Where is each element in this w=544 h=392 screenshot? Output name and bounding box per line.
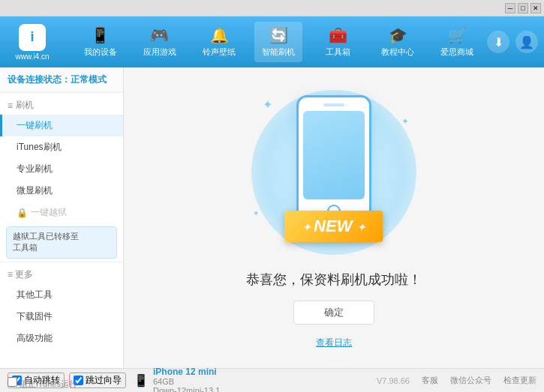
back-link[interactable]: 查看日志 [316,337,352,349]
flash-section-label: 刷机 [16,99,34,112]
more-icon: ≡ [8,269,13,280]
nav-apps-games-label: 应用游戏 [143,46,176,58]
device-phone-icon: 📱 [134,373,149,388]
bottom-right: V7.98.66 客服 微信公众号 检查更新 [377,375,536,386]
tutorial-icon: 🎓 [389,26,407,44]
sparkle-left: ✦ [263,97,272,112]
content-area: ✦ ✦ ✦ ✦ NEW ✦ 恭喜您，保资料刷机成功啦！ 确定 查看日志 [124,67,544,368]
info-box: 越狱工具已转移至 工具箱 [6,226,117,259]
itunes-stop-container: 阻止iTunes运行 [8,377,77,390]
ringtones-icon: 🔔 [210,26,229,44]
nav-apps-games[interactable]: 🎮 应用游戏 [136,22,184,62]
sidebar-locked-jailbreak: 🔒 一键越狱 [0,202,123,223]
new-badge-star-right: ✦ [357,222,365,233]
sidebar: 设备连接状态：正常模式 ≡ 刷机 一键刷机 iTunes刷机 专业刷机 微显刷机… [0,67,124,368]
itunes-stop-label: 阻止iTunes运行 [20,379,77,388]
status-label: 设备连接状态： [8,74,71,85]
header-right: ⬇ 👤 [487,31,538,53]
confirm-button[interactable]: 确定 [293,301,374,325]
lock-icon: 🔒 [17,208,28,218]
nav-tutorial-label: 教程中心 [381,46,414,58]
sidebar-advanced[interactable]: 高级功能 [0,328,123,349]
logo-text: www.i4.cn [15,52,49,61]
more-section-header: ≡ 更多 [0,262,123,284]
sidebar-other-tools[interactable]: 其他工具 [0,284,123,306]
mall-icon: 🛒 [448,26,467,44]
nav-ringtones[interactable]: 🔔 铃声壁纸 [195,22,243,62]
logo-icon: i [19,24,46,51]
new-badge-star-left: ✦ [302,222,314,233]
device-storage: 64GB [153,377,220,386]
itunes-stop-checkbox[interactable] [8,377,17,387]
device-info: 📱 iPhone 12 mini 64GB Down-12mini-13,1 [134,367,220,393]
nav-items: 📱 我的设备 🎮 应用游戏 🔔 铃声壁纸 🔄 智能刷机 🧰 工具箱 🎓 教程中心… [71,22,487,62]
skip-wizard-checkbox[interactable]: 跳过向导 [69,373,126,388]
skip-wizard-label: 跳过向导 [86,374,122,387]
version-text: V7.98.66 [377,376,410,385]
close-button[interactable]: ✕ [530,3,541,13]
main-content: 设备连接状态：正常模式 ≡ 刷机 一键刷机 iTunes刷机 专业刷机 微显刷机… [0,67,544,368]
more-label: 更多 [15,268,33,281]
sidebar-itunes-flash[interactable]: iTunes刷机 [0,136,123,158]
smart-flash-icon: 🔄 [269,26,288,44]
flash-section-icon: ≡ [8,100,13,111]
phone-speaker [323,103,344,106]
illustration-container: ✦ ✦ ✦ ✦ NEW ✦ [236,86,431,259]
minimize-button[interactable]: ─ [505,3,515,13]
nav-ringtones-label: 铃声壁纸 [203,46,236,58]
flash-section-header: ≡ 刷机 [0,93,123,115]
restore-button[interactable]: □ [518,3,528,13]
wechat-link[interactable]: 微信公众号 [450,375,491,386]
sparkle-right: ✦ [401,116,409,127]
device-details: iPhone 12 mini 64GB Down-12mini-13,1 [153,367,220,393]
window-controls: ─ □ ✕ [505,3,541,13]
download-button[interactable]: ⬇ [487,31,509,53]
nav-toolbox[interactable]: 🧰 工具箱 [314,22,362,62]
nav-my-device-label: 我的设备 [84,46,117,58]
nav-mall[interactable]: 🛒 爱思商城 [433,22,481,62]
customer-service-link[interactable]: 客服 [422,375,438,386]
apps-games-icon: 🎮 [150,26,169,44]
success-card: ✦ ✦ ✦ ✦ NEW ✦ 恭喜您，保资料刷机成功啦！ 确定 查看日志 [236,86,431,349]
status-value: 正常模式 [71,74,107,85]
nav-tutorial[interactable]: 🎓 教程中心 [374,22,422,62]
sidebar-one-key-flash[interactable]: 一键刷机 [0,115,123,136]
locked-label: 一键越狱 [31,206,67,219]
nav-toolbox-label: 工具箱 [326,46,350,58]
logo-area[interactable]: i www.i4.cn [6,24,59,61]
phone-screen [303,111,365,199]
nav-mall-label: 爱思商城 [440,46,473,58]
my-device-icon: 📱 [91,26,110,44]
bottom-bar: 自动跳转 跳过向导 📱 iPhone 12 mini 64GB Down-12m… [0,368,544,392]
phone-body [296,95,371,226]
new-badge-text: NEW [314,217,352,235]
header: i www.i4.cn 📱 我的设备 🎮 应用游戏 🔔 铃声壁纸 🔄 智能刷机 … [0,16,544,67]
nav-my-device[interactable]: 📱 我的设备 [77,22,125,62]
sidebar-download-fw[interactable]: 下载固件 [0,306,123,328]
title-bar: ─ □ ✕ [0,0,544,16]
nav-smart-flash[interactable]: 🔄 智能刷机 [254,22,302,62]
sidebar-show-flash[interactable]: 微显刷机 [0,180,123,202]
success-message: 恭喜您，保资料刷机成功啦！ [246,271,422,289]
device-name: iPhone 12 mini [153,367,220,377]
user-button[interactable]: 👤 [515,31,538,53]
device-model: Down-12mini-13,1 [153,386,220,393]
sidebar-pro-flash[interactable]: 专业刷机 [0,158,123,180]
check-update-link[interactable]: 检查更新 [503,375,536,386]
toolbox-icon: 🧰 [329,26,347,44]
status-bar: 设备连接状态：正常模式 [0,67,123,93]
sparkle-bottom: ✦ [253,209,259,217]
nav-smart-flash-label: 智能刷机 [262,46,295,58]
new-badge: ✦ NEW ✦ [284,211,383,242]
